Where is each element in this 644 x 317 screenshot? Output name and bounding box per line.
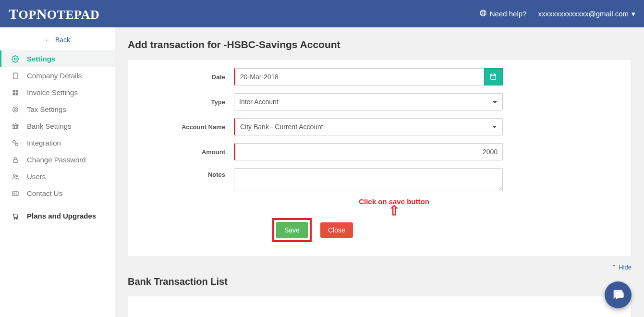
life-ring-icon <box>479 9 487 18</box>
need-help-label: Need help? <box>490 10 527 18</box>
arrow-left-icon: ← <box>45 36 51 44</box>
top-navbar: TOPNOTEPAD Need help? xxxxxxxxxxxxxx@gma… <box>0 0 644 27</box>
sidebar: ← Back Settings Company Details Invoice … <box>0 27 115 317</box>
cart-icon <box>11 212 20 220</box>
user-email-label: xxxxxxxxxxxxxx@gmail.com <box>538 10 629 18</box>
main-content: Add transaction for -HSBC-Savings Accoun… <box>115 27 644 317</box>
account-label: Account Name <box>138 123 234 131</box>
svg-point-6 <box>14 58 16 60</box>
bank-transaction-list-title: Bank Transaction List <box>128 276 632 287</box>
svg-point-32 <box>14 193 15 194</box>
sidebar-item-settings[interactable]: Settings <box>0 50 115 67</box>
svg-rect-14 <box>13 90 15 92</box>
chat-icon <box>611 288 625 303</box>
svg-rect-17 <box>16 93 18 95</box>
svg-point-1 <box>482 12 484 14</box>
id-card-icon <box>11 190 20 197</box>
svg-point-29 <box>13 174 15 176</box>
svg-point-26 <box>13 140 15 143</box>
sidebar-item-contact-us[interactable]: Contact Us <box>0 185 115 202</box>
annotation-text: Click on save button ⇧ <box>167 197 621 215</box>
sidebar-item-label: Bank Settings <box>27 122 72 130</box>
svg-point-27 <box>15 143 18 146</box>
sidebar-item-company-details[interactable]: Company Details <box>0 67 115 84</box>
date-label: Date <box>138 73 234 81</box>
svg-marker-20 <box>12 123 18 125</box>
amount-input[interactable] <box>234 143 503 160</box>
type-select[interactable]: Inter Account <box>234 93 503 110</box>
svg-line-5 <box>484 14 486 15</box>
gear-icon <box>11 55 20 63</box>
back-label: Back <box>55 36 70 44</box>
grid-icon <box>11 89 20 97</box>
svg-rect-37 <box>491 74 496 79</box>
lock-icon <box>11 156 20 164</box>
save-highlight-box: Save <box>272 218 312 242</box>
svg-line-2 <box>481 11 482 12</box>
svg-rect-16 <box>13 93 15 95</box>
sidebar-item-users[interactable]: Users <box>0 168 115 185</box>
caret-down-icon: ▾ <box>632 10 635 18</box>
sidebar-item-tax-settings[interactable]: Tax Settings <box>0 101 115 118</box>
date-input[interactable] <box>234 68 484 85</box>
sidebar-item-invoice-settings[interactable]: Invoice Settings <box>0 84 115 101</box>
sidebar-item-label: Company Details <box>27 72 82 80</box>
user-menu[interactable]: xxxxxxxxxxxxxx@gmail.com ▾ <box>538 10 635 18</box>
svg-point-35 <box>14 218 15 219</box>
type-label: Type <box>138 98 234 106</box>
svg-rect-28 <box>13 159 17 162</box>
notes-label: Notes <box>138 168 234 178</box>
sidebar-item-plans[interactable]: Plans and Upgrades <box>0 207 115 224</box>
sidebar-item-label: Change Password <box>27 156 86 164</box>
bank-icon <box>11 122 20 130</box>
close-button[interactable]: Close <box>320 222 353 238</box>
svg-point-19 <box>14 109 16 110</box>
account-name-select[interactable]: City Bank - Current Account <box>234 118 503 135</box>
sidebar-item-change-password[interactable]: Change Password <box>0 151 115 168</box>
chevrons-up-icon: ⌃ <box>611 264 617 271</box>
svg-rect-15 <box>16 90 18 92</box>
save-button[interactable]: Save <box>276 222 308 238</box>
need-help-link[interactable]: Need help? <box>479 9 527 18</box>
svg-point-36 <box>16 218 17 219</box>
sidebar-item-label: Invoice Settings <box>27 88 78 97</box>
svg-rect-7 <box>13 73 17 79</box>
target-icon <box>11 106 20 113</box>
arrow-up-icon: ⇧ <box>167 207 621 215</box>
svg-point-30 <box>16 175 18 176</box>
sidebar-item-label: Integration <box>27 139 61 147</box>
svg-line-4 <box>481 14 482 15</box>
users-icon <box>11 173 20 181</box>
date-picker-button[interactable] <box>484 68 503 85</box>
notes-textarea[interactable] <box>234 168 503 191</box>
sidebar-item-label: Users <box>27 172 46 181</box>
hide-link[interactable]: ⌃ Hide <box>611 264 632 271</box>
page-title: Add transaction for -HSBC-Savings Accoun… <box>128 39 632 50</box>
sidebar-item-integration[interactable]: Integration <box>0 134 115 151</box>
building-icon <box>11 72 20 80</box>
sidebar-item-bank-settings[interactable]: Bank Settings <box>0 118 115 134</box>
brand-logo: TOPNOTEPAD <box>9 6 99 22</box>
chat-fab[interactable] <box>605 281 632 308</box>
transaction-form-card: Date Type Inter Account <box>128 59 632 257</box>
sidebar-plans-label: Plans and Upgrades <box>27 212 96 220</box>
amount-label: Amount <box>138 148 234 156</box>
sidebar-settings-label: Settings <box>27 55 55 63</box>
svg-point-18 <box>13 107 18 112</box>
gears-icon <box>11 139 20 147</box>
sidebar-item-label: Contact Us <box>27 189 62 197</box>
calendar-icon <box>489 73 497 82</box>
sidebar-item-label: Tax Settings <box>27 105 66 113</box>
back-link[interactable]: ← Back <box>0 31 115 50</box>
svg-line-3 <box>484 11 486 12</box>
